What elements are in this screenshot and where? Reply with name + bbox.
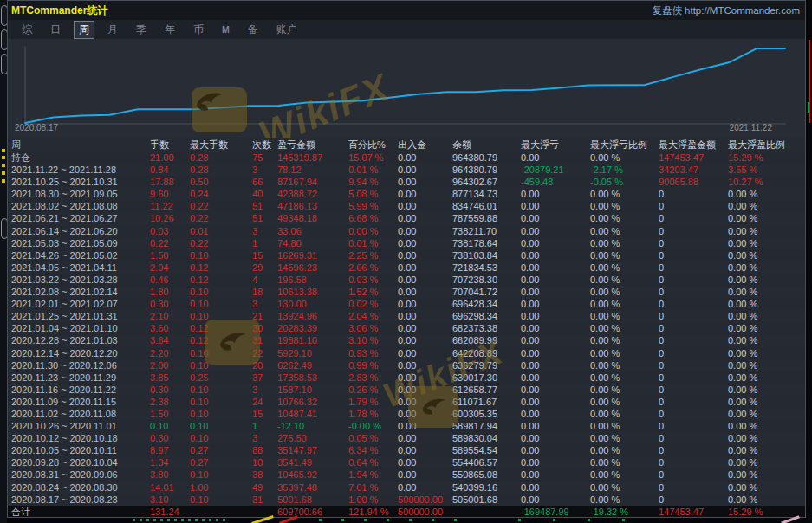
table-cell: 0.10	[190, 494, 252, 506]
table-cell: 13924.96	[277, 310, 348, 322]
table-row[interactable]: 2021.01.25 ~ 2021.01.312.100.102113924.9…	[8, 310, 805, 322]
table-row[interactable]: 2020.08.31 ~ 2020.09.063.800.103810465.9…	[8, 468, 805, 481]
table-cell: 682373.38	[452, 322, 521, 334]
menu-item-M[interactable]: M	[217, 23, 235, 36]
table-cell: 38	[252, 468, 277, 481]
table-cell: 0.00 %	[728, 298, 805, 310]
table-row[interactable]: 2020.08.24 ~ 2020.08.3014.011.004935397.…	[8, 481, 805, 494]
table-cell: 8.97	[150, 444, 190, 456]
table-row[interactable]: 2021.03.22 ~ 2021.03.280.460.124196.580.…	[8, 274, 805, 286]
table-cell: 505001.68	[452, 494, 521, 506]
table-row[interactable]: 2021.04.26 ~ 2021.05.021.500.101516269.3…	[8, 249, 805, 262]
background-right-sliver	[806, 0, 812, 523]
table-cell: 0.02 %	[348, 298, 398, 310]
table-cell: 0.00 %	[590, 310, 659, 322]
table-row[interactable]: 2020.12.28 ~ 2021.01.033.640.123119881.1…	[8, 334, 805, 346]
table-row[interactable]: 2021.04.05 ~ 2021.04.112.940.122914596.2…	[8, 262, 805, 274]
table-row[interactable]: 2021.05.03 ~ 2021.05.090.220.22174.800.0…	[8, 237, 805, 249]
table-cell: 0.10	[190, 468, 252, 481]
table-row[interactable]: 2021.06.21 ~ 2021.06.2710.260.225149348.…	[8, 212, 805, 224]
table-row[interactable]: 2021.08.02 ~ 2021.08.0811.220.225147186.…	[8, 200, 805, 212]
table-cell: 0	[659, 420, 728, 432]
table-cell: 0	[659, 494, 728, 506]
table-cell: 88	[252, 444, 277, 456]
table-cell: 2021.01.25 ~ 2021.01.31	[11, 310, 150, 322]
window-title: MTCommander统计	[8, 3, 107, 18]
table-row[interactable]: 2021.02.08 ~ 2021.02.141.800.101810613.3…	[8, 286, 805, 298]
table-row[interactable]: 2020.11.23 ~ 2020.11.293.850.253717358.5…	[8, 371, 805, 384]
table-cell: 145319.87	[277, 152, 348, 164]
table-cell: 0.00 %	[590, 359, 659, 371]
menu-item-备[interactable]: 备	[243, 21, 263, 39]
table-cell: 0.00	[521, 456, 590, 468]
background-marker	[2, 156, 5, 159]
table-row[interactable]: 2021.01.04 ~ 2021.01.103.600.123020283.3…	[8, 322, 805, 334]
table-cell: 0.00 %	[728, 237, 805, 249]
table-row[interactable]: 2021.02.01 ~ 2021.02.070.300.103130.000.…	[8, 298, 805, 310]
table-row[interactable]: 2020.11.09 ~ 2020.11.152.380.102410766.3…	[8, 396, 805, 408]
table-row[interactable]: 2020.12.14 ~ 2020.12.202.200.10225929.10…	[8, 347, 805, 359]
total-row[interactable]: 合计131.24609700.66121.94 %500000.00-16948…	[8, 506, 805, 518]
table-row[interactable]: 持仓21.000.2875145319.8715.07 %0.00964380.…	[8, 152, 805, 164]
table-row[interactable]: 2020.11.30 ~ 2020.12.062.000.10206262.49…	[8, 359, 805, 371]
table-cell: 0.00	[398, 444, 452, 456]
menu-item-周[interactable]: 周	[74, 21, 94, 39]
table-cell: 0.00 %	[590, 481, 659, 494]
table-row[interactable]: 2020.10.26 ~ 2020.11.010.100.101-12.10-0…	[8, 420, 805, 432]
menu-item-年[interactable]: 年	[159, 21, 180, 39]
table-cell: 5929.10	[277, 347, 348, 359]
menu-item-月[interactable]: 月	[102, 21, 123, 39]
titlebar-site-link[interactable]: 复盘侠 http://MTCommander.com	[652, 4, 805, 17]
table-cell: 500000.00	[398, 494, 452, 506]
table-cell: 11.22	[150, 200, 190, 212]
table-row[interactable]: 2021.08.30 ~ 2021.09.059.600.244042388.7…	[8, 188, 805, 200]
table-row[interactable]: 2020.11.02 ~ 2020.11.081.500.101510487.4…	[8, 408, 805, 420]
background-marker	[2, 171, 5, 175]
table-cell: 0.00 %	[728, 494, 805, 506]
table-cell: 0.84	[150, 164, 190, 176]
table-cell: 0.00 %	[728, 347, 805, 359]
table-cell: 2021.08.02 ~ 2021.08.08	[11, 200, 150, 212]
table-cell: 2.10	[150, 310, 190, 322]
menu-item-日[interactable]: 日	[45, 21, 66, 39]
table-cell: 0	[659, 200, 728, 212]
table-row[interactable]: 2020.11.16 ~ 2020.11.220.300.1031587.100…	[8, 384, 805, 396]
table-row[interactable]: 2021.06.14 ~ 2021.06.200.030.01333.060.0…	[8, 225, 805, 237]
table-row[interactable]: 2021.11.22 ~ 2021.11.280.840.28378.120.0…	[8, 164, 805, 176]
table-cell: 0.00	[398, 188, 452, 200]
menu-item-币[interactable]: 币	[188, 21, 209, 39]
table-cell: 0.00	[521, 322, 590, 334]
table-row[interactable]: 2021.10.25 ~ 2021.10.3117.880.506687167.…	[8, 176, 805, 188]
titlebar[interactable]: MTCommander统计 复盘侠 http://MTCommander.com	[8, 1, 805, 21]
table-cell: 0.00	[521, 468, 590, 481]
table-cell: 2021.06.14 ~ 2021.06.20	[11, 225, 150, 237]
table-cell: 40	[252, 188, 277, 200]
table-cell: 600305.35	[452, 408, 521, 420]
table-cell: 0.46	[150, 274, 190, 286]
equity-curve-svg	[8, 39, 805, 138]
table-cell: 2.38	[150, 396, 190, 408]
table-cell: 877134.73	[452, 188, 521, 200]
table-cell: 0.00 %	[590, 322, 659, 334]
menu-item-季[interactable]: 季	[131, 21, 152, 39]
menu-item-综[interactable]: 综	[16, 21, 37, 39]
table-cell: 34203.47	[659, 164, 728, 176]
column-header: 周	[11, 138, 150, 152]
table-cell: 2.04 %	[348, 310, 398, 322]
table-cell: 2020.10.26 ~ 2020.11.01	[11, 420, 150, 432]
table-row[interactable]: 2020.08.17 ~ 2020.08.233.100.10315001.68…	[8, 494, 805, 506]
table-cell: 0.24	[190, 188, 252, 200]
table-row[interactable]: 2020.09.28 ~ 2020.10.041.340.27103541.49…	[8, 456, 805, 468]
table-cell: 0.00	[521, 237, 590, 249]
table-cell: 0.00	[521, 152, 590, 164]
table-row[interactable]: 2020.10.12 ~ 2020.10.180.300.103275.500.…	[8, 432, 805, 444]
menu-item-账户[interactable]: 账户	[271, 21, 302, 39]
table-cell: 707041.72	[452, 286, 521, 298]
table-cell: 9.60	[150, 188, 190, 200]
table-cell: 29	[252, 262, 277, 274]
table-cell: 0.00 %	[728, 481, 805, 494]
table-cell: 0.10	[190, 298, 252, 310]
table-cell: 6262.49	[277, 359, 348, 371]
table-row[interactable]: 2020.10.05 ~ 2020.10.118.970.278835147.9…	[8, 444, 805, 456]
table-cell: 0.00 %	[728, 225, 805, 237]
